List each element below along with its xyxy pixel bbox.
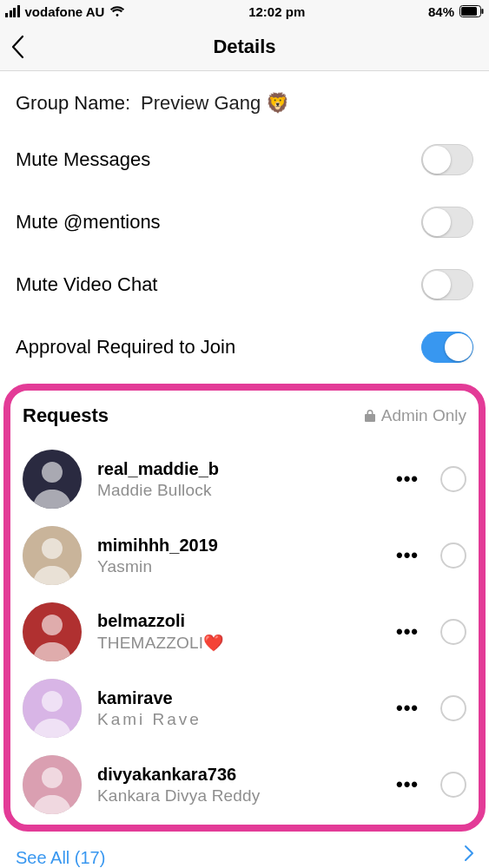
- username-label: divyakankara736: [97, 765, 374, 785]
- svg-point-8: [42, 615, 63, 635]
- select-radio[interactable]: [440, 695, 466, 721]
- select-radio[interactable]: [440, 772, 466, 798]
- battery-icon: [459, 5, 484, 17]
- request-row[interactable]: mimihhh_2019Yasmin•••: [19, 517, 470, 594]
- request-row[interactable]: real_maddie_bMaddie Bullock•••: [19, 441, 470, 517]
- request-row[interactable]: kamiraveKami Rave•••: [19, 670, 470, 746]
- svg-rect-2: [482, 9, 484, 14]
- select-radio[interactable]: [440, 466, 466, 492]
- svg-point-4: [42, 462, 63, 483]
- see-all-link[interactable]: See All (17): [16, 848, 105, 868]
- avatar[interactable]: [23, 679, 82, 738]
- username-label: kamirave: [97, 688, 374, 708]
- member-text: divyakankara736Kankara Divya Reddy: [97, 765, 374, 806]
- more-options-button[interactable]: •••: [390, 697, 425, 720]
- username-label: belmazzoli: [97, 611, 374, 631]
- more-options-button[interactable]: •••: [390, 468, 425, 490]
- displayname-label: Maddie Bullock: [97, 481, 374, 500]
- member-text: kamiraveKami Rave: [97, 688, 374, 729]
- admin-only-label: Admin Only: [364, 406, 466, 425]
- displayname-label: Kami Rave: [97, 710, 374, 729]
- username-label: mimihhh_2019: [97, 536, 374, 556]
- svg-point-6: [42, 538, 63, 559]
- member-text: real_maddie_bMaddie Bullock: [97, 459, 374, 500]
- member-text: belmazzoliTHEMAZZOLI❤️: [97, 611, 374, 653]
- more-options-button[interactable]: •••: [390, 621, 425, 643]
- mute-messages-row: Mute Messages: [0, 128, 489, 191]
- page-title: Details: [0, 36, 489, 58]
- avatar[interactable]: [23, 450, 82, 509]
- displayname-label: Yasmin: [97, 557, 374, 576]
- group-name-label: Group Name:: [16, 92, 130, 115]
- chevron-left-icon: [10, 35, 24, 59]
- requests-highlight: Requests Admin Only real_maddie_bMaddie …: [3, 384, 486, 832]
- displayname-label: THEMAZZOLI❤️: [97, 633, 374, 653]
- svg-point-10: [42, 691, 63, 712]
- select-radio[interactable]: [440, 542, 466, 569]
- status-right: 84%: [428, 4, 484, 19]
- mute-video-toggle[interactable]: [421, 269, 473, 300]
- content-area: Group Name: Preview Gang 🦁 Mute Messages…: [0, 71, 489, 832]
- mute-messages-toggle[interactable]: [421, 144, 473, 175]
- see-all-chevron-icon[interactable]: [463, 845, 475, 866]
- requests-header: Requests Admin Only: [19, 401, 470, 441]
- request-row[interactable]: divyakankara736Kankara Divya Reddy•••: [19, 746, 470, 823]
- member-text: mimihhh_2019Yasmin: [97, 536, 374, 576]
- group-name-value: Preview Gang 🦁: [141, 92, 289, 115]
- avatar[interactable]: [23, 602, 82, 661]
- group-name-row[interactable]: Group Name: Preview Gang 🦁: [0, 71, 489, 128]
- requests-list: real_maddie_bMaddie Bullock•••mimihhh_20…: [19, 441, 470, 823]
- carrier-label: vodafone AU: [25, 4, 105, 19]
- approval-row: Approval Required to Join: [0, 316, 489, 378]
- displayname-label: Kankara Divya Reddy: [97, 786, 374, 806]
- battery-pct-label: 84%: [428, 4, 454, 19]
- cellular-signal-icon: [5, 5, 20, 17]
- approval-label: Approval Required to Join: [16, 336, 235, 358]
- svg-rect-1: [461, 7, 477, 16]
- status-left: vodafone AU: [5, 4, 125, 19]
- avatar[interactable]: [23, 755, 82, 814]
- mute-mentions-label: Mute @mentions: [16, 211, 161, 233]
- mute-mentions-row: Mute @mentions: [0, 191, 489, 253]
- back-button[interactable]: [10, 30, 38, 64]
- avatar[interactable]: [23, 526, 82, 585]
- mute-video-row: Mute Video Chat: [0, 253, 489, 316]
- svg-point-12: [42, 767, 63, 788]
- more-options-button[interactable]: •••: [390, 544, 425, 567]
- username-label: real_maddie_b: [97, 459, 374, 479]
- wifi-icon: [109, 5, 125, 17]
- lock-icon: [364, 409, 376, 423]
- approval-toggle[interactable]: [421, 332, 473, 363]
- mute-mentions-toggle[interactable]: [421, 207, 473, 238]
- status-bar: vodafone AU 12:02 pm 84%: [0, 0, 489, 23]
- select-radio[interactable]: [440, 619, 466, 645]
- admin-only-text: Admin Only: [381, 406, 466, 425]
- mute-video-label: Mute Video Chat: [16, 273, 157, 296]
- nav-header: Details: [0, 23, 489, 71]
- more-options-button[interactable]: •••: [390, 773, 425, 796]
- request-row[interactable]: belmazzoliTHEMAZZOLI❤️•••: [19, 594, 470, 670]
- clock-label: 12:02 pm: [248, 4, 305, 19]
- requests-title: Requests: [23, 404, 109, 427]
- mute-messages-label: Mute Messages: [16, 148, 150, 171]
